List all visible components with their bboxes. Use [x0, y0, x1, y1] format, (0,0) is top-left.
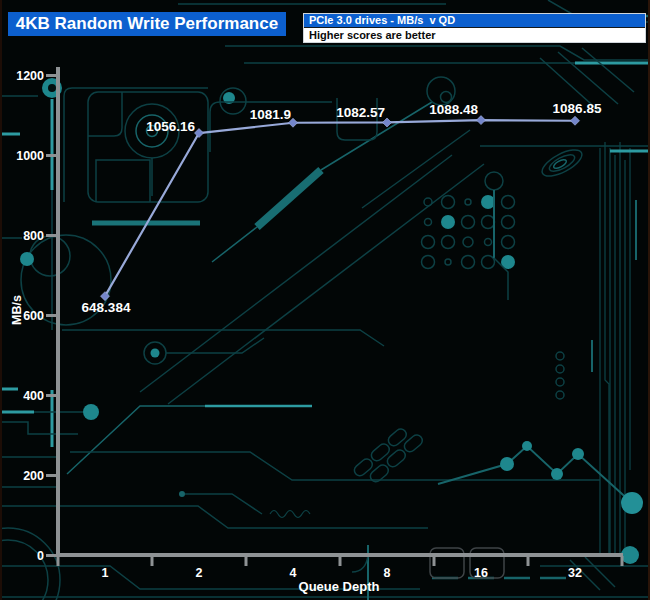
y-axis-title: MB/s: [10, 295, 24, 325]
data-point-label: 1088.48: [429, 102, 478, 117]
data-point-marker: [195, 129, 204, 138]
data-point-marker: [571, 116, 580, 125]
chart-subtitle-note: Higher scores are better: [304, 27, 645, 42]
y-tick-label: 800: [23, 229, 44, 243]
x-tick-label: 16: [474, 566, 488, 580]
chart-title: 4KB Random Write Performance: [8, 12, 286, 36]
data-point-label: 1056.16: [146, 119, 195, 134]
x-tick-label: 8: [384, 566, 391, 580]
panel-edge-left: [0, 0, 2, 600]
line-chart: 02004006008001000120012481632Queue Depth…: [0, 0, 650, 600]
series-line: [105, 120, 575, 296]
y-tick-label: 1000: [16, 149, 44, 163]
chart-subtitle-box: PCIe 3.0 drives - MB/s v QD Higher score…: [303, 13, 646, 43]
y-tick-label: 1200: [16, 69, 44, 83]
chart-subtitle-series: PCIe 3.0 drives - MB/s v QD: [304, 14, 645, 27]
data-point-label: 1082.57: [336, 105, 385, 120]
x-tick-label: 1: [102, 566, 109, 580]
y-tick-label: 600: [23, 309, 44, 323]
x-axis-title: Queue Depth: [299, 579, 380, 594]
x-tick-label: 4: [290, 566, 297, 580]
y-tick-label: 0: [37, 549, 44, 563]
x-tick-label: 32: [568, 566, 582, 580]
data-point-label: 1081.9: [250, 107, 291, 122]
x-tick-label: 2: [196, 566, 203, 580]
data-point-label: 1086.85: [553, 101, 602, 116]
data-point-label: 648.384: [82, 300, 131, 315]
y-tick-label: 200: [23, 469, 44, 483]
y-tick-label: 400: [23, 389, 44, 403]
chart-panel: 02004006008001000120012481632Queue Depth…: [0, 0, 650, 600]
